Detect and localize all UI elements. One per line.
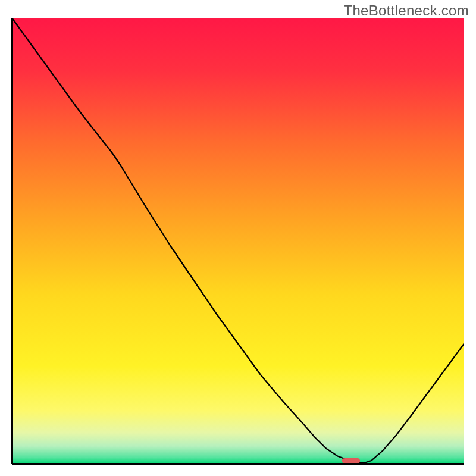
chart-container: TheBottleneck.com <box>0 0 476 476</box>
plot-area <box>12 18 464 464</box>
chart-svg <box>0 0 476 476</box>
watermark-text: TheBottleneck.com <box>343 2 469 19</box>
optimal-marker <box>342 458 360 464</box>
gradient-background <box>12 18 464 464</box>
